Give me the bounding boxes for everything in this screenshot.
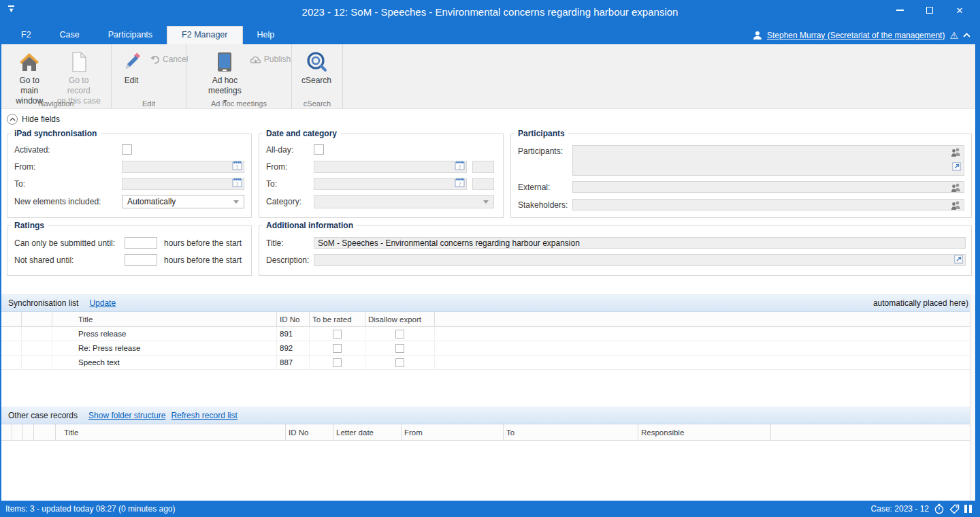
warning-icon[interactable]: ⚠ [949, 31, 958, 40]
participants-input[interactable] [572, 145, 964, 176]
other-records-bar: Other case records Show folder structure… [1, 407, 975, 424]
home-icon [18, 50, 40, 74]
group-label-navigation: Navigation [1, 99, 111, 108]
sync-list-header: Title ID No To be rated Disallow export [1, 312, 975, 327]
maximize-icon [926, 7, 933, 14]
description-input[interactable] [314, 254, 966, 266]
sync-row-3[interactable]: Speech text 887 [1, 356, 975, 370]
disallow-export-checkbox[interactable] [395, 358, 404, 367]
update-link[interactable]: Update [89, 298, 116, 308]
minimize-button[interactable] [885, 0, 915, 20]
sync-row-1[interactable]: Press release 891 [1, 327, 975, 341]
participants-label: Participants: [518, 145, 572, 156]
record-page-icon [69, 50, 88, 74]
refresh-record-list-link[interactable]: Refresh record list [171, 411, 237, 420]
vertical-scrollbar[interactable] [970, 294, 975, 501]
header-from[interactable]: From [402, 424, 504, 441]
to-be-rated-checkbox[interactable] [333, 330, 342, 339]
disallow-export-checkbox[interactable] [395, 330, 404, 339]
cancel-button: Cancel [146, 52, 192, 66]
submit-until-input[interactable] [125, 237, 157, 249]
ipad-from-input[interactable]: 7 [122, 161, 244, 173]
ipad-to-input[interactable]: 7 [122, 178, 244, 190]
maximize-button[interactable] [915, 0, 945, 20]
people-picker-icon[interactable] [951, 147, 961, 159]
other-records-header: Title ID No Letter date From To Responsi… [1, 424, 975, 441]
button-label: Cancel [163, 54, 188, 64]
header-id[interactable]: ID No [286, 424, 333, 441]
activated-checkbox[interactable] [122, 144, 132, 155]
new-elements-dropdown[interactable]: Automatically [122, 195, 244, 208]
edit-button[interactable]: Edit [117, 48, 146, 87]
header-title[interactable]: Title [56, 424, 286, 441]
not-shared-until-input[interactable] [125, 254, 157, 266]
tab-participants[interactable]: Participants [94, 26, 167, 44]
time-from-input[interactable] [472, 161, 494, 173]
ribbon-group-adhoc: Ad hoc meetings Publish Ad hoc meetings [186, 44, 292, 109]
section-title: Date and category [263, 129, 340, 138]
hide-fields-toggle[interactable]: Hide fields [7, 114, 60, 125]
stakeholders-input[interactable] [572, 199, 964, 210]
calendar-icon[interactable]: 7 [455, 161, 465, 173]
date-from-input[interactable]: 7 [314, 161, 467, 173]
header-disallow-export[interactable]: Disallow export [365, 312, 435, 327]
status-bar: Items: 3 - updated today 08:27 (0 minute… [0, 501, 980, 517]
description-label: Description: [266, 255, 314, 265]
ad-hoc-meetings-button[interactable]: Ad hoc meetings [204, 48, 246, 108]
header-title[interactable]: Title [52, 312, 277, 327]
people-picker-icon[interactable] [951, 200, 961, 213]
timer-icon[interactable] [934, 503, 945, 514]
ribbon: Go to main window Go to record on this c… [1, 44, 975, 109]
tab-f2[interactable]: F2 [7, 26, 46, 44]
button-label: Ad hoc [212, 76, 238, 86]
title-input[interactable]: SoM - Speeches - Environmental concerns … [314, 237, 966, 249]
undo-icon [150, 55, 160, 64]
record-id: 887 [277, 356, 310, 370]
tab-f2-manager[interactable]: F2 Manager [167, 26, 242, 44]
time-to-input[interactable] [472, 178, 494, 190]
header-id[interactable]: ID No [277, 312, 310, 327]
collapse-ribbon-icon[interactable] [963, 33, 970, 37]
svg-text:7: 7 [459, 182, 461, 187]
header-to[interactable]: To [504, 424, 638, 441]
external-input[interactable] [572, 181, 964, 193]
to-be-rated-checkbox[interactable] [333, 358, 342, 367]
sync-row-2[interactable]: Re: Press release 892 [1, 341, 975, 356]
show-folder-structure-link[interactable]: Show folder structure [88, 411, 165, 420]
pause-icon[interactable] [964, 505, 972, 513]
hours-before-start-label: hours before the start [164, 255, 242, 265]
header-empty [34, 424, 56, 441]
calendar-icon[interactable]: 7 [232, 178, 242, 190]
expand-field-icon[interactable] [954, 254, 963, 266]
ribbon-group-csearch: cSearch cSearch [292, 44, 343, 109]
close-button[interactable]: ✕ [945, 0, 975, 20]
tab-help[interactable]: Help [243, 26, 289, 44]
ipad-to-label: To: [14, 179, 122, 189]
calendar-icon[interactable]: 7 [232, 161, 242, 173]
people-picker-icon[interactable] [951, 183, 961, 195]
section-title: iPad synchronisation [11, 129, 100, 138]
to-be-rated-checkbox[interactable] [333, 344, 342, 353]
calendar-icon[interactable]: 7 [455, 178, 465, 190]
disallow-export-checkbox[interactable] [395, 344, 404, 353]
other-records-label: Other case records [8, 411, 78, 420]
csearch-button[interactable]: cSearch [297, 48, 336, 87]
record-title: Speech text [52, 356, 277, 370]
title-value: SoM - Speeches - Environmental concerns … [318, 238, 580, 248]
header-responsible[interactable]: Responsible [638, 424, 771, 441]
sync-list-label: Synchronisation list [8, 298, 78, 308]
header-to-be-rated[interactable]: To be rated [310, 312, 365, 327]
date-to-input[interactable]: 7 [314, 178, 467, 190]
group-label-edit: Edit [112, 99, 186, 108]
header-letter-date[interactable]: Letter date [333, 424, 402, 441]
header-empty [1, 312, 22, 327]
tablet-icon [214, 50, 235, 74]
tag-icon[interactable] [949, 504, 960, 514]
current-user-link[interactable]: Stephen Murray (Secretariat of the manag… [767, 31, 945, 40]
expand-field-icon[interactable] [952, 161, 961, 174]
tab-case[interactable]: Case [46, 26, 94, 44]
header-filler [435, 312, 975, 327]
go-to-main-window-button[interactable]: Go to main window [7, 48, 52, 108]
allday-checkbox[interactable] [314, 144, 324, 155]
header-empty [12, 424, 23, 441]
